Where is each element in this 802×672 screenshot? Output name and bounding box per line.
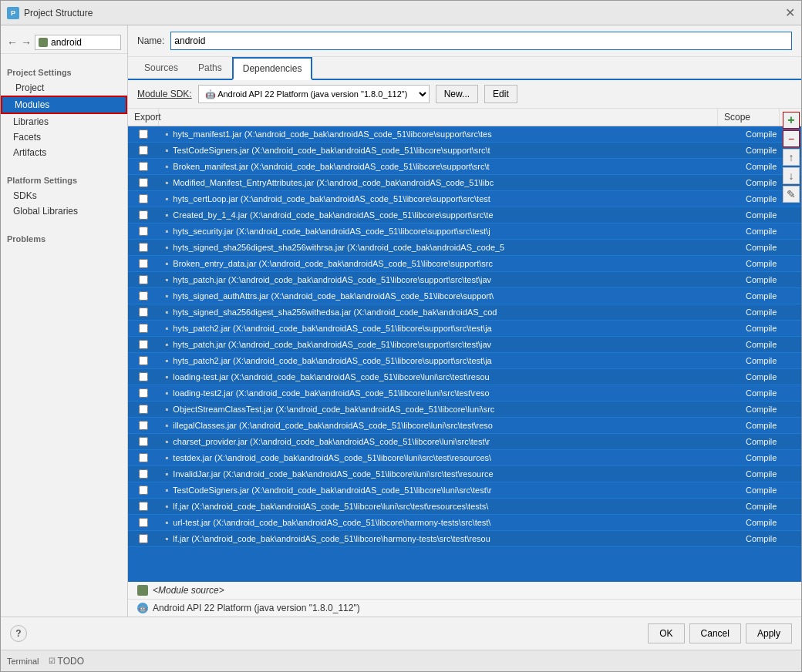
apply-button[interactable]: Apply xyxy=(746,623,792,643)
sidebar-item-modules[interactable]: Modules xyxy=(1,96,127,114)
sdk-edit-button[interactable]: Edit xyxy=(484,85,517,103)
export-cell xyxy=(128,451,159,465)
todo-tab[interactable]: ☑ TODO xyxy=(49,656,84,667)
taskbar: Terminal ☑ TODO xyxy=(1,650,801,671)
export-checkbox[interactable] xyxy=(139,324,148,333)
sdk-label: Module SDK: xyxy=(137,89,192,99)
table-row: ▪ hyts_patch.jar (X:\android_code_bak\an… xyxy=(128,337,801,353)
export-checkbox[interactable] xyxy=(139,518,148,527)
export-checkbox[interactable] xyxy=(139,259,148,268)
name-input[interactable] xyxy=(170,32,792,50)
table-row: ▪ loading-test2.jar (X:\android_code_bak… xyxy=(128,385,801,402)
sdk-bar: Module SDK: 🤖 Android API 22 Platform (j… xyxy=(128,80,801,109)
close-button[interactable]: ✕ xyxy=(785,5,795,20)
export-checkbox[interactable] xyxy=(139,194,148,203)
export-checkbox[interactable] xyxy=(139,469,148,479)
export-checkbox[interactable] xyxy=(139,405,148,414)
table-row: ▪ TestCodeSigners.jar (X:\android_code_b… xyxy=(128,482,801,499)
scope-cell: Compile xyxy=(740,435,801,449)
sdk-select[interactable]: 🤖 Android API 22 Platform (java version … xyxy=(198,85,430,103)
name-cell: ▪ hyts_signed_authAttrs.jar (X:\android_… xyxy=(159,288,740,304)
table-row: ▪ hyts_patch2.jar (X:\android_code_bak\a… xyxy=(128,353,801,369)
export-cell xyxy=(128,240,159,254)
sdk-new-button[interactable]: New... xyxy=(436,85,478,103)
name-cell: ▪ TestCodeSigners.jar (X:\android_code_b… xyxy=(159,143,740,158)
export-checkbox[interactable] xyxy=(139,356,148,365)
name-cell: ▪ testdex.jar (X:\android_code_bak\andro… xyxy=(159,450,740,465)
table-row: ▪ TestCodeSigners.jar (X:\android_code_b… xyxy=(128,143,801,159)
export-cell xyxy=(128,386,159,400)
export-checkbox[interactable] xyxy=(139,421,148,430)
name-cell: ▪ ObjectStreamClassTest.jar (X:\android_… xyxy=(159,402,740,417)
tab-sources[interactable]: Sources xyxy=(134,57,188,80)
name-cell: ▪ illegalClasses.jar (X:\android_code_ba… xyxy=(159,418,740,433)
export-cell xyxy=(128,354,159,368)
table-row: ▪ hyts_certLoop.jar (X:\android_code_bak… xyxy=(128,191,801,207)
sidebar-item-project[interactable]: Project xyxy=(1,80,127,96)
export-checkbox[interactable] xyxy=(139,340,148,349)
name-cell: ▪ charset_provider.jar (X:\android_code_… xyxy=(159,434,740,449)
remove-dependency-button[interactable]: − xyxy=(783,130,800,147)
forward-button[interactable]: → xyxy=(21,36,32,49)
sidebar-item-artifacts[interactable]: Artifacts xyxy=(1,145,127,160)
name-cell: ▪ Created_by_1_4.jar (X:\android_code_ba… xyxy=(159,207,740,223)
tab-dependencies[interactable]: Dependencies xyxy=(232,57,313,80)
name-cell: ▪ Broken_entry_data.jar (X:\android_code… xyxy=(159,256,740,271)
export-checkbox[interactable] xyxy=(139,178,148,187)
move-up-button[interactable]: ↑ xyxy=(783,149,800,166)
name-cell: ▪ lf.jar (X:\android_code_bak\androidAS_… xyxy=(159,531,740,546)
export-cell xyxy=(128,321,159,335)
export-checkbox[interactable] xyxy=(139,146,148,155)
table-container: Export Scope ▪ hyts_manifest1.jar (X:\an… xyxy=(128,109,801,617)
help-button[interactable]: ? xyxy=(10,625,27,642)
module-name-label: android xyxy=(51,37,82,48)
name-cell: ▪ hyts_patch2.jar (X:\android_code_bak\a… xyxy=(159,353,740,368)
export-checkbox[interactable] xyxy=(139,502,148,511)
sidebar-item-global-libraries[interactable]: Global Libraries xyxy=(1,203,127,219)
table-row: ▪ hyts_signed_sha256digest_sha256witheds… xyxy=(128,304,801,321)
export-checkbox[interactable] xyxy=(139,210,148,220)
jar-icon: ▪ xyxy=(165,501,168,512)
export-checkbox[interactable] xyxy=(139,227,148,236)
move-down-button[interactable]: ↓ xyxy=(783,167,800,184)
sidebar-item-facets[interactable]: Facets xyxy=(1,129,127,145)
export-checkbox[interactable] xyxy=(139,453,148,462)
export-checkbox[interactable] xyxy=(139,291,148,301)
export-checkbox[interactable] xyxy=(139,129,148,139)
cancel-button[interactable]: Cancel xyxy=(689,623,741,643)
sidebar-item-libraries[interactable]: Libraries xyxy=(1,114,127,129)
header-scope: Scope xyxy=(718,109,780,126)
export-checkbox[interactable] xyxy=(139,534,148,543)
jar-icon: ▪ xyxy=(165,452,168,463)
main-content: ← → android Project Settings Project Mod… xyxy=(1,25,801,617)
scope-cell: Compile xyxy=(740,370,801,384)
jar-icon: ▪ xyxy=(165,517,168,528)
terminal-tab[interactable]: Terminal xyxy=(7,657,39,666)
table-row: ▪ Broken_manifest.jar (X:\android_code_b… xyxy=(128,159,801,175)
export-checkbox[interactable] xyxy=(139,437,148,446)
sidebar-item-sdks[interactable]: SDKs xyxy=(1,188,127,203)
export-checkbox[interactable] xyxy=(139,243,148,252)
add-dependency-button[interactable]: + xyxy=(783,112,800,129)
export-checkbox[interactable] xyxy=(139,372,148,381)
export-checkbox[interactable] xyxy=(139,486,148,495)
ok-button[interactable]: OK xyxy=(648,623,684,643)
jar-icon: ▪ xyxy=(165,485,168,496)
table-row: ▪ hyts_patch.jar (X:\android_code_bak\an… xyxy=(128,272,801,288)
header-export: Export xyxy=(128,109,159,126)
export-cell xyxy=(128,257,159,270)
name-bar: Name: xyxy=(128,25,801,57)
back-button[interactable]: ← xyxy=(7,36,18,49)
export-checkbox[interactable] xyxy=(139,162,148,171)
export-checkbox[interactable] xyxy=(139,307,148,317)
name-label: Name: xyxy=(137,35,164,46)
table-row: ▪ url-test.jar (X:\android_code_bak\andr… xyxy=(128,515,801,531)
table-row: ▪ hyts_security.jar (X:\android_code_bak… xyxy=(128,223,801,240)
export-cell xyxy=(128,305,159,319)
edit-dependency-button[interactable]: ✎ xyxy=(783,186,800,203)
export-checkbox[interactable] xyxy=(139,275,148,284)
table-row: ▪ hyts_signed_authAttrs.jar (X:\android_… xyxy=(128,288,801,304)
module-source-row: <Module source> xyxy=(128,582,801,600)
tab-paths[interactable]: Paths xyxy=(188,57,232,80)
export-checkbox[interactable] xyxy=(139,388,148,398)
